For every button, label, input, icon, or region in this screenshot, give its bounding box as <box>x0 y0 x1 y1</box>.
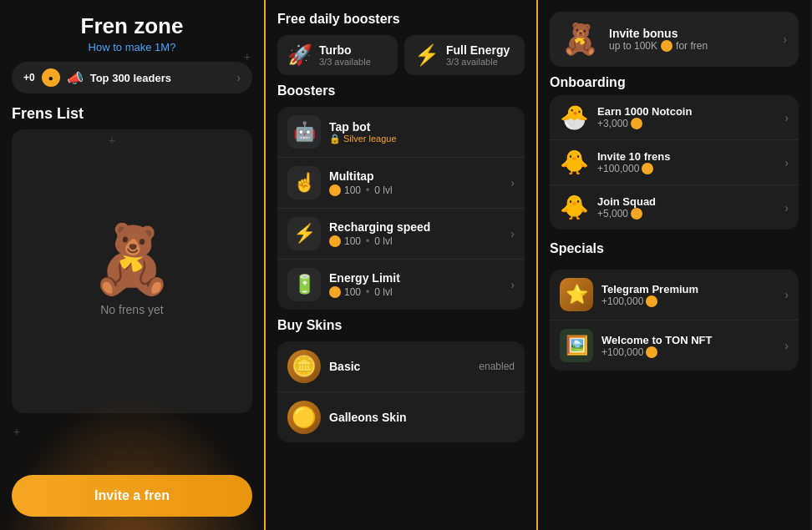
join-squad-name: Join Squad <box>597 195 776 208</box>
multitap-chevron: › <box>510 176 515 189</box>
deco-plus-1: + <box>244 50 251 63</box>
daily-boosters-row: 🚀 Turbo 3/3 available ⚡ Full Energy 3/3 … <box>277 35 525 75</box>
onboarding-list: 🐣 Earn 1000 Notcoin +3,000 › 🐥 Invite 10… <box>550 95 799 230</box>
bear-emoji: 🧸 <box>90 226 174 293</box>
specials-list: ⭐ Telegram Premium +100,000 › 🖼️ Welcome… <box>550 270 799 371</box>
recharging-cost: 100 • 0 lvl <box>329 235 502 247</box>
multitap-item[interactable]: ☝️ Multitap 100 • 0 lvl › <box>277 158 525 209</box>
cost-coin-energy-icon <box>329 286 341 298</box>
turbo-avail: 3/3 available <box>319 57 371 67</box>
invite-frens-chevron: › <box>784 156 789 169</box>
turbo-name: Turbo <box>319 43 371 57</box>
no-frens-text: No frens yet <box>100 303 163 316</box>
invite-panel: 🧸 Invite bonus up to 100K for fren › Onb… <box>538 0 810 530</box>
telegram-premium-name: Telegram Premium <box>601 283 776 295</box>
full-energy-booster-card[interactable]: ⚡ Full Energy 3/3 available <box>404 35 525 75</box>
daily-boosters-title: Free daily boosters <box>277 12 525 27</box>
multitap-name: Multitap <box>329 169 502 183</box>
ton-nft-icon: 🖼️ <box>560 329 593 362</box>
silver-league-label: 🔒 Silver league <box>329 134 515 144</box>
top-leaders-bar[interactable]: +0 ● 📣 Top 300 leaders › <box>12 62 252 93</box>
galleons-skin-item[interactable]: 🟡 Galleons Skin <box>277 392 525 442</box>
cost-coin-icon <box>329 184 341 196</box>
energy-limit-chevron: › <box>510 278 515 291</box>
frens-list-title: Frens List <box>12 105 252 123</box>
full-energy-name: Full Energy <box>446 43 510 57</box>
telegram-premium-item[interactable]: ⭐ Telegram Premium +100,000 › <box>550 270 799 321</box>
premium-coin-icon <box>646 295 657 307</box>
energy-limit-icon: 🔋 <box>287 268 321 301</box>
ton-nft-item[interactable]: 🖼️ Welcome to TON NFT +100,000 › <box>550 321 799 371</box>
megaphone-icon: 📣 <box>67 70 84 86</box>
invite-bonus-chevron: › <box>783 33 787 46</box>
turbo-icon: 🚀 <box>287 43 312 67</box>
basic-skin-icon: 🪙 <box>287 350 321 383</box>
recharging-chevron: › <box>510 227 515 240</box>
energy-limit-cost: 100 • 0 lvl <box>329 286 502 298</box>
invite-frens-icon: 🐥 <box>560 149 589 176</box>
squad-coin-icon <box>631 208 642 220</box>
earn-notcoin-icon: 🐣 <box>560 103 589 131</box>
recharging-name: Recharging speed <box>329 220 502 234</box>
ton-nft-chevron: › <box>784 339 789 352</box>
tap-bot-name: Tap bot <box>329 120 515 134</box>
invite-bonus-title: Invite bonus <box>609 27 773 40</box>
deco-plus-3: + <box>13 425 20 438</box>
invite-bonus-sub: up to 100K for fren <box>609 40 773 52</box>
frens-list-box: 🧸 No frens yet <box>12 129 252 413</box>
energy-limit-name: Energy Limit <box>329 271 502 285</box>
lock-icon: 🔒 <box>329 134 341 144</box>
invite-fren-button[interactable]: Invite a fren <box>12 475 252 517</box>
recharging-speed-item[interactable]: ⚡ Recharging speed 100 • 0 lvl › <box>277 209 525 260</box>
earn-notcoin-item[interactable]: 🐣 Earn 1000 Notcoin +3,000 › <box>550 95 799 140</box>
invite-bonus-card[interactable]: 🧸 Invite bonus up to 100K for fren › <box>550 12 799 67</box>
ton-nft-name: Welcome to TON NFT <box>601 334 776 346</box>
full-energy-avail: 3/3 available <box>446 57 510 67</box>
telegram-premium-reward: +100,000 <box>601 295 776 307</box>
fren-zone-panel: + Fren zone How to make 1M? +0 ● 📣 Top 3… <box>0 0 266 530</box>
leaders-text: Top 300 leaders <box>90 72 231 84</box>
onboarding-section: Onboarding 🐣 Earn 1000 Notcoin +3,000 › … <box>550 75 799 230</box>
fren-zone-title: Fren zone <box>12 13 252 39</box>
ton-nft-reward: +100,000 <box>601 346 776 358</box>
boosters-panel: Free daily boosters 🚀 Turbo 3/3 availabl… <box>266 0 538 530</box>
earn-notcoin-reward: +3,000 <box>597 118 776 129</box>
earn-notcoin-chevron: › <box>784 111 789 124</box>
cost-coin-recharging-icon <box>329 235 341 247</box>
nft-coin-icon <box>646 346 657 358</box>
basic-skin-item[interactable]: 🪙 Basic enabled <box>277 341 525 392</box>
invite-frens-item[interactable]: 🐥 Invite 10 frens +100,000 › <box>550 140 799 185</box>
fren-zone-subtitle[interactable]: How to make 1M? <box>12 41 252 53</box>
multitap-cost: 100 • 0 lvl <box>329 184 502 196</box>
galleons-skin-name: Galleons Skin <box>329 411 515 424</box>
energy-limit-item[interactable]: 🔋 Energy Limit 100 • 0 lvl › <box>277 260 525 310</box>
boosters-section-title: Boosters <box>277 83 525 98</box>
frens-coin-icon <box>642 163 653 174</box>
multitap-icon: ☝️ <box>287 166 321 199</box>
earn-notcoin-name: Earn 1000 Notcoin <box>597 105 776 118</box>
tap-bot-icon: 🤖 <box>287 115 321 149</box>
full-energy-icon: ⚡ <box>414 43 439 67</box>
turbo-booster-card[interactable]: 🚀 Turbo 3/3 available <box>277 35 398 75</box>
invite-frens-name: Invite 10 frens <box>597 150 776 163</box>
specials-title: Specials <box>550 241 799 256</box>
chevron-right-icon: › <box>236 71 241 84</box>
buy-skins-title: Buy Skins <box>277 318 525 333</box>
deco-plus-2: + <box>109 134 115 147</box>
invite-bear-icon: 🧸 <box>561 22 599 57</box>
skins-list: 🪙 Basic enabled 🟡 Galleons Skin <box>277 341 525 442</box>
invite-coin-icon <box>661 40 672 52</box>
onboarding-title: Onboarding <box>550 75 799 90</box>
join-squad-icon: 🐥 <box>560 194 589 221</box>
telegram-premium-chevron: › <box>784 288 789 301</box>
basic-skin-name: Basic <box>329 360 470 373</box>
coin-badge: ● <box>42 68 60 87</box>
boosters-list: 🤖 Tap bot 🔒 Silver league ☝️ Multitap 10… <box>277 107 525 310</box>
galleons-skin-icon: 🟡 <box>287 401 321 434</box>
join-squad-chevron: › <box>784 201 789 215</box>
join-squad-reward: +5,000 <box>597 208 776 220</box>
tap-bot-item[interactable]: 🤖 Tap bot 🔒 Silver league <box>277 107 525 158</box>
telegram-premium-icon: ⭐ <box>560 278 593 311</box>
join-squad-item[interactable]: 🐥 Join Squad +5,000 › <box>550 185 799 230</box>
basic-skin-status: enabled <box>479 361 515 372</box>
